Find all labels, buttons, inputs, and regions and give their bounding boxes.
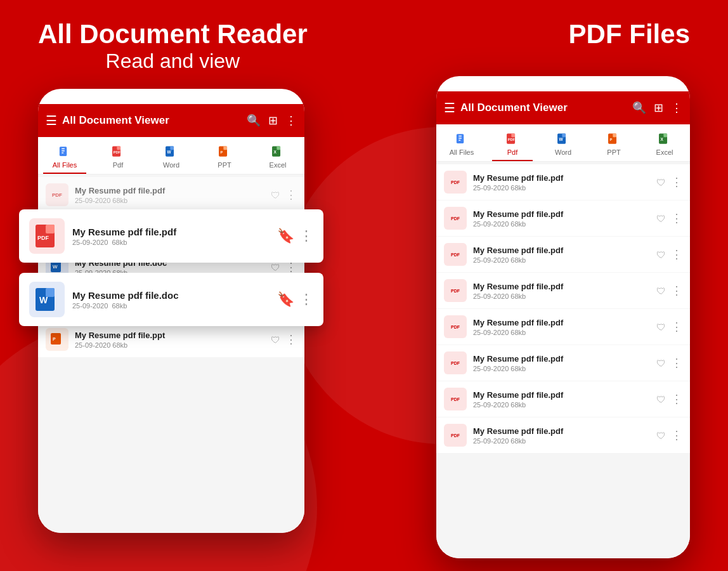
more-dots-popup-pdf[interactable]: ⋮: [299, 228, 313, 244]
file-actions: 🛡 ⋮: [271, 188, 297, 202]
file-actions: 🛡 ⋮: [656, 428, 682, 442]
svg-rect-40: [613, 133, 616, 137]
popup-pdf-actions: 🔖 ⋮: [277, 228, 313, 244]
file-list-right: PDF My Resume pdf file.pdf 25-09-2020 68…: [436, 162, 690, 558]
file-info: My Resume pdf file.pdf 25-09-2020 68kb: [473, 282, 650, 300]
search-icon-left[interactable]: 🔍: [247, 114, 261, 128]
file-info: My Resume pdf file.pdf 25-09-2020 68kb: [473, 390, 650, 409]
file-type-icon: PDF: [444, 279, 467, 302]
grid-icon-right[interactable]: ⊞: [654, 101, 663, 115]
tab-pdf-left[interactable]: PDF Pdf: [91, 141, 145, 174]
list-item[interactable]: PDF My Resume pdf file.pdf 25-09-2020 68…: [436, 309, 690, 345]
file-actions: 🛡 ⋮: [656, 175, 682, 189]
pdf-large-icon: PDF: [29, 218, 65, 254]
hamburger-icon-right[interactable]: ☰: [444, 100, 455, 115]
tab-pdf-right[interactable]: PDF Pdf: [487, 128, 538, 161]
left-header: All Document Reader Read and view: [38, 19, 308, 73]
grid-icon-left[interactable]: ⊞: [268, 114, 278, 128]
shield-icon[interactable]: 🛡: [656, 249, 666, 260]
bookmark-icon-gold[interactable]: 🔖: [277, 228, 294, 244]
list-item[interactable]: PDF My Resume pdf file.pdf 25-09-2020 68…: [38, 177, 304, 213]
tab-ppt-left[interactable]: P PPT: [198, 141, 251, 174]
tab-excel-left[interactable]: X Excel: [251, 141, 304, 174]
svg-text:X: X: [661, 137, 664, 141]
more-icon-left[interactable]: ⋮: [285, 114, 297, 128]
more-dots-icon[interactable]: ⋮: [671, 356, 682, 370]
file-meta: 25-09-2020 68kb: [473, 256, 650, 264]
shield-icon[interactable]: 🛡: [656, 358, 666, 369]
app-bar-title-right: All Document Viewer: [460, 102, 632, 114]
shield-icon[interactable]: 🛡: [656, 430, 666, 441]
file-type-icon: PDF: [444, 171, 467, 194]
more-dots-icon[interactable]: ⋮: [671, 320, 682, 334]
app-bar-icons-left: 🔍 ⊞ ⋮: [247, 114, 297, 128]
tab-label-all-r: All Files: [450, 148, 474, 156]
svg-text:P: P: [610, 138, 613, 141]
shield-icon[interactable]: 🛡: [656, 394, 666, 405]
all-files-icon: [56, 145, 73, 161]
file-name: My Resume pdf file.pdf: [473, 173, 650, 183]
svg-rect-1: [62, 148, 65, 150]
file-meta: 25-09-2020 68kb: [473, 329, 650, 336]
popup-pdf-card[interactable]: PDF My Resume pdf file.pdf 25-09-2020 68…: [19, 209, 323, 263]
list-item[interactable]: PDF My Resume pdf file.pdf 25-09-2020 68…: [436, 200, 690, 236]
search-icon-right[interactable]: 🔍: [632, 101, 646, 115]
popup-doc-card[interactable]: W My Resume pdf file.doc 25-09-2020 68kb…: [19, 273, 323, 326]
more-dots-icon[interactable]: ⋮: [285, 332, 297, 346]
more-dots-icon[interactable]: ⋮: [671, 175, 682, 189]
tabs-left: All Files PDF Pdf W Word: [38, 137, 304, 174]
list-item[interactable]: PDF My Resume pdf file.pdf 25-09-2020 68…: [436, 345, 690, 381]
list-item[interactable]: PDF My Resume pdf file.pdf 25-09-2020 68…: [436, 237, 690, 272]
word-tab-icon-r: W: [555, 132, 571, 148]
shield-icon[interactable]: 🛡: [271, 262, 280, 273]
more-dots-icon[interactable]: ⋮: [671, 247, 682, 261]
tab-all-files-left[interactable]: All Files: [38, 141, 91, 174]
list-item[interactable]: P My Resume pdf file.ppt 25-09-2020 68kb…: [38, 322, 304, 357]
svg-text:PDF: PDF: [37, 235, 49, 241]
hamburger-icon-left[interactable]: ☰: [46, 113, 57, 128]
phone-notch-right: [525, 76, 601, 91]
tab-all-files-right[interactable]: All Files: [436, 128, 487, 161]
right-header: PDF Files: [569, 19, 690, 49]
shield-icon[interactable]: 🛡: [656, 177, 666, 188]
file-actions: 🛡 ⋮: [656, 211, 682, 225]
shield-icon[interactable]: 🛡: [271, 334, 280, 345]
more-dots-icon[interactable]: ⋮: [671, 428, 682, 442]
shield-icon[interactable]: 🛡: [271, 190, 280, 200]
more-dots-popup-doc[interactable]: ⋮: [299, 291, 313, 308]
more-dots-icon[interactable]: ⋮: [671, 284, 682, 298]
phone-inner-right: ☰ All Document Viewer 🔍 ⊞ ⋮ All Files: [436, 76, 690, 558]
more-dots-icon[interactable]: ⋮: [285, 188, 297, 202]
shield-icon[interactable]: 🛡: [656, 286, 666, 296]
file-actions: 🛡 ⋮: [656, 247, 682, 261]
left-subtitle: Read and view: [38, 49, 308, 73]
file-type-icon: PDF: [444, 243, 467, 266]
list-item[interactable]: PDF My Resume pdf file.pdf 25-09-2020 68…: [436, 273, 690, 308]
list-item[interactable]: PDF My Resume pdf file.pdf 25-09-2020 68…: [436, 417, 690, 453]
shield-icon[interactable]: 🛡: [656, 213, 666, 224]
svg-text:P: P: [221, 150, 223, 154]
more-icon-right[interactable]: ⋮: [671, 101, 682, 115]
file-info: My Resume pdf file.pdf 25-09-2020 68kb: [473, 173, 650, 192]
word-tab-icon: W: [163, 145, 179, 161]
tab-label-all: All Files: [53, 161, 77, 169]
tab-word-right[interactable]: W Word: [538, 128, 588, 161]
more-dots-icon[interactable]: ⋮: [671, 211, 682, 225]
tab-word-left[interactable]: W Word: [145, 141, 198, 174]
shield-icon[interactable]: 🛡: [656, 322, 666, 332]
popup-pdf-meta: 25-09-2020 68kb: [72, 239, 270, 246]
file-meta: 25-09-2020 68kb: [75, 341, 264, 349]
file-type-icon: PDF: [444, 315, 467, 338]
bookmark-icon[interactable]: 🔖: [277, 291, 294, 308]
tab-excel-right[interactable]: X Excel: [639, 128, 690, 161]
tab-ppt-right[interactable]: P PPT: [588, 128, 639, 161]
svg-rect-30: [458, 138, 462, 139]
file-actions: 🛡 ⋮: [271, 332, 297, 346]
right-title: PDF Files: [569, 19, 690, 49]
more-dots-icon[interactable]: ⋮: [671, 392, 682, 406]
file-actions: 🛡 ⋮: [656, 356, 682, 370]
list-item[interactable]: PDF My Resume pdf file.pdf 25-09-2020 68…: [436, 381, 690, 417]
list-item[interactable]: PDF My Resume pdf file.pdf 25-09-2020 68…: [436, 164, 690, 200]
left-title: All Document Reader: [38, 19, 308, 49]
svg-text:W: W: [39, 295, 48, 305]
